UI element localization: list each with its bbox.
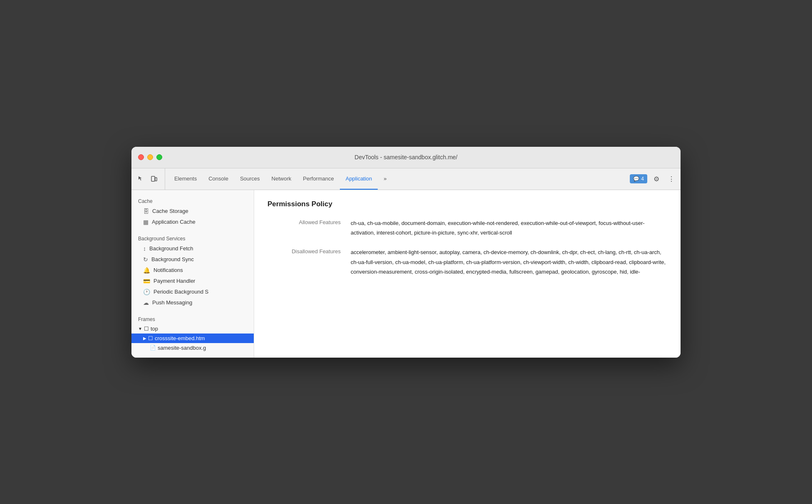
window-title: DevTools - samesite-sandbox.glitch.me/ <box>354 154 457 161</box>
content-area: Permissions Policy Allowed Features ch-u… <box>254 190 681 358</box>
tab-performance[interactable]: Performance <box>297 168 339 190</box>
frame-top[interactable]: ▼ ☐ top <box>131 324 254 334</box>
background-fetch-icon: ↕ <box>143 245 146 252</box>
frames-section-label: Frames <box>131 313 254 324</box>
periodic-background-icon: 🕐 <box>143 289 150 295</box>
toolbar-right: 💬 4 ⚙ ⋮ <box>630 168 677 190</box>
allowed-features-label: Allowed Features <box>267 218 351 225</box>
minimize-button[interactable] <box>147 154 153 160</box>
frame-samesite[interactable]: 📄 samesite-sandbox.g <box>131 343 254 353</box>
policy-table: Allowed Features ch-ua, ch-ua-mobile, do… <box>267 218 667 277</box>
maximize-button[interactable] <box>156 154 162 160</box>
payment-handler-icon: 💳 <box>143 278 150 284</box>
sidebar: Cache 🗄 Cache Storage ▦ Application Cach… <box>131 190 254 358</box>
application-cache-icon: ▦ <box>143 219 149 225</box>
chevron-right-icon: ▶ <box>143 336 146 341</box>
title-bar: DevTools - samesite-sandbox.glitch.me/ <box>131 147 681 168</box>
sidebar-application-cache[interactable]: ▦ Application Cache <box>131 217 254 227</box>
tab-sources[interactable]: Sources <box>234 168 266 190</box>
chat-icon: 💬 <box>633 176 639 182</box>
sidebar-background-fetch[interactable]: ↕ Background Fetch <box>131 243 254 254</box>
background-sync-icon: ↻ <box>143 256 148 263</box>
tab-more[interactable]: » <box>378 168 392 190</box>
tab-elements[interactable]: Elements <box>168 168 203 190</box>
cache-section-label: Cache <box>131 195 254 206</box>
sidebar-background-sync[interactable]: ↻ Background Sync <box>131 254 254 265</box>
push-messaging-icon: ☁ <box>143 299 149 306</box>
settings-button[interactable]: ⚙ <box>651 173 662 185</box>
tab-console[interactable]: Console <box>203 168 234 190</box>
frame-crosssite[interactable]: ▶ ☐ crosssite-embed.htm <box>131 334 254 343</box>
disallowed-features-label: Disallowed Features <box>267 247 351 254</box>
svg-rect-1 <box>155 178 157 181</box>
disallowed-features-value: accelerometer, ambient-light-sensor, aut… <box>351 247 667 277</box>
devtools-window: DevTools - samesite-sandbox.glitch.me/ E… <box>131 147 681 358</box>
allowed-features-row: Allowed Features ch-ua, ch-ua-mobile, do… <box>267 218 667 238</box>
toolbar-icons <box>135 168 165 190</box>
samesite-file-icon: 📄 <box>150 345 156 351</box>
disallowed-features-row: Disallowed Features accelerometer, ambie… <box>267 247 667 277</box>
page-title: Permissions Policy <box>267 200 667 208</box>
more-options-button[interactable]: ⋮ <box>666 173 677 185</box>
allowed-features-value: ch-ua, ch-ua-mobile, document-domain, ex… <box>351 218 667 238</box>
top-frame-icon: ☐ <box>144 326 149 332</box>
svg-rect-0 <box>151 176 155 181</box>
cache-storage-icon: 🗄 <box>143 208 149 215</box>
sidebar-periodic-background[interactable]: 🕐 Periodic Background S <box>131 287 254 297</box>
main-area: Cache 🗄 Cache Storage ▦ Application Cach… <box>131 190 681 358</box>
tab-network[interactable]: Network <box>266 168 297 190</box>
sidebar-cache-storage[interactable]: 🗄 Cache Storage <box>131 206 254 217</box>
traffic-lights <box>138 154 162 160</box>
notifications-icon: 🔔 <box>143 267 150 274</box>
crosssite-frame-icon: ☐ <box>148 335 153 341</box>
inspect-icon[interactable] <box>135 173 146 185</box>
sidebar-push-messaging[interactable]: ☁ Push Messaging <box>131 297 254 308</box>
feedback-badge[interactable]: 💬 4 <box>630 174 647 183</box>
sidebar-payment-handler[interactable]: 💳 Payment Handler <box>131 276 254 287</box>
background-services-section-label: Background Services <box>131 232 254 243</box>
chevron-down-icon: ▼ <box>138 326 142 331</box>
tab-application[interactable]: Application <box>340 168 378 190</box>
close-button[interactable] <box>138 154 144 160</box>
device-icon[interactable] <box>148 173 160 185</box>
sidebar-notifications[interactable]: 🔔 Notifications <box>131 265 254 276</box>
tab-bar: Elements Console Sources Network Perform… <box>131 168 681 190</box>
